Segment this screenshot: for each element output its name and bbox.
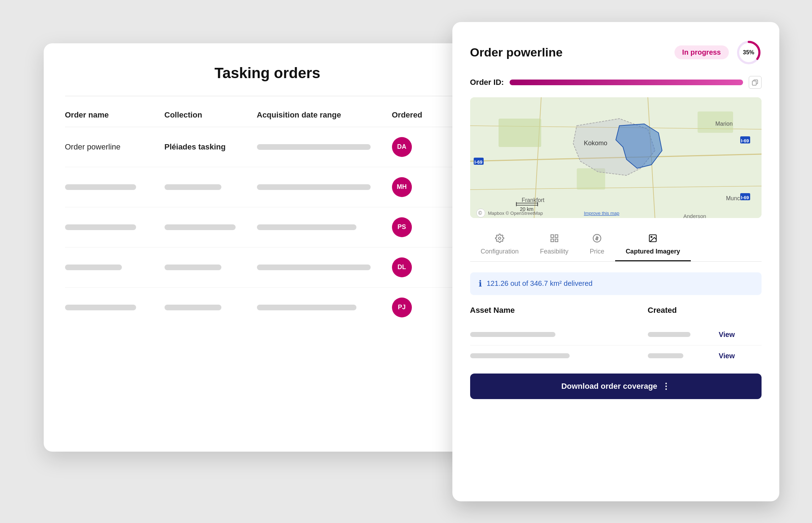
row-col-skeleton xyxy=(165,184,257,190)
asset-row[interactable]: View xyxy=(470,345,762,366)
svg-text:Improve this map: Improve this map xyxy=(584,211,619,216)
download-button-label: Download order coverage xyxy=(561,382,657,391)
panel-title: Order powerline xyxy=(470,45,667,59)
tab-feasibility[interactable]: Feasibility xyxy=(529,229,579,261)
svg-text:Marion: Marion xyxy=(715,121,733,127)
svg-rect-9 xyxy=(499,119,541,147)
row-avatar: PS xyxy=(392,217,435,237)
order-id-label: Order ID: xyxy=(470,78,504,87)
asset-table-header: Asset Name Created xyxy=(470,306,762,321)
svg-text:Kokomo: Kokomo xyxy=(584,140,607,147)
status-badge: In progress xyxy=(674,45,729,59)
view-link[interactable]: View xyxy=(719,352,762,360)
asset-name-skeleton xyxy=(470,332,648,337)
table-row[interactable]: Order powerline Pléiades tasking DA xyxy=(65,127,470,167)
order-id-bar xyxy=(510,80,743,85)
col-order-name: Order name xyxy=(65,110,165,120)
delivery-info-banner: ℹ 121.26 out of 346.7 km² delivered xyxy=(470,272,762,295)
svg-point-33 xyxy=(499,237,501,239)
svg-rect-2 xyxy=(752,81,756,85)
table-row[interactable]: PJ xyxy=(65,288,470,327)
map-container: Kokomo Frankfort Marion Muncie Anderson … xyxy=(470,97,762,218)
row-avatar: MH xyxy=(392,177,435,197)
tab-captured-imagery[interactable]: Captured Imagery xyxy=(615,229,691,261)
progress-circle: 35% xyxy=(736,40,762,65)
asset-col-created: Created xyxy=(648,306,719,315)
svg-rect-37 xyxy=(551,239,554,242)
asset-name-skeleton xyxy=(470,353,648,358)
svg-text:I-69: I-69 xyxy=(741,195,749,200)
asset-created-skeleton xyxy=(648,332,719,337)
table-row[interactable]: DL xyxy=(65,247,470,288)
tabs: Configuration Feasibility xyxy=(470,229,762,262)
svg-rect-34 xyxy=(551,235,554,238)
price-icon xyxy=(592,234,602,245)
tasking-table: Order name Collection Acquisition date r… xyxy=(65,110,470,327)
info-icon: ℹ xyxy=(479,279,482,289)
svg-text:I-69: I-69 xyxy=(474,159,482,165)
feasibility-icon xyxy=(550,234,559,245)
tab-price-label: Price xyxy=(590,248,604,255)
svg-rect-36 xyxy=(555,239,558,242)
row-name-skeleton xyxy=(65,305,165,310)
row-date-skeleton xyxy=(257,224,392,230)
svg-point-40 xyxy=(651,236,652,237)
row-col-skeleton xyxy=(165,224,257,230)
captured-imagery-icon xyxy=(648,234,657,245)
svg-text:Anderson: Anderson xyxy=(683,213,706,218)
row-date-bar xyxy=(257,144,392,150)
tasking-orders-card: Tasking orders Order name Collection Acq… xyxy=(44,43,491,452)
svg-text:Frankfort: Frankfort xyxy=(522,197,545,203)
row-date-skeleton xyxy=(257,305,392,310)
copy-icon[interactable] xyxy=(749,76,762,89)
divider xyxy=(65,96,470,96)
row-collection: Pléiades tasking xyxy=(165,142,257,152)
col-ordered: Ordered xyxy=(392,110,435,120)
svg-text:Mapbox © OpenStreetMap: Mapbox © OpenStreetMap xyxy=(488,211,543,216)
page-title: Tasking orders xyxy=(65,65,470,82)
col-date-range: Acquisition date range xyxy=(257,110,392,120)
tab-configuration[interactable]: Configuration xyxy=(470,229,529,261)
download-order-coverage-button[interactable]: Download order coverage ⋮ xyxy=(470,374,762,399)
order-id-row: Order ID: xyxy=(470,76,762,89)
order-detail-panel: Order powerline In progress 35% Order ID… xyxy=(452,22,779,501)
row-order-name: Order powerline xyxy=(65,142,165,152)
table-header: Order name Collection Acquisition date r… xyxy=(65,110,470,127)
progress-text: 35% xyxy=(743,49,754,56)
row-date-skeleton xyxy=(257,184,392,190)
table-row[interactable]: MH xyxy=(65,167,470,207)
row-avatar: DL xyxy=(392,257,435,277)
asset-table: Asset Name Created View View xyxy=(470,306,762,366)
more-options-icon: ⋮ xyxy=(662,381,670,391)
row-col-skeleton xyxy=(165,265,257,270)
asset-row[interactable]: View xyxy=(470,324,762,345)
tab-configuration-label: Configuration xyxy=(481,248,519,255)
svg-text:©: © xyxy=(478,210,482,216)
delivery-info-text: 121.26 out of 346.7 km² delivered xyxy=(487,279,593,288)
tab-price[interactable]: Price xyxy=(579,229,615,261)
row-name-skeleton xyxy=(65,265,165,270)
table-row[interactable]: PS xyxy=(65,207,470,247)
row-date-skeleton xyxy=(257,265,392,270)
panel-header: Order powerline In progress 35% xyxy=(470,40,762,65)
configuration-icon xyxy=(495,234,504,245)
row-col-skeleton xyxy=(165,305,257,310)
col-collection: Collection xyxy=(165,110,257,120)
row-name-skeleton xyxy=(65,184,165,190)
row-avatar: PJ xyxy=(392,298,435,317)
view-link[interactable]: View xyxy=(719,331,762,339)
svg-rect-35 xyxy=(555,235,558,238)
tab-feasibility-label: Feasibility xyxy=(540,248,569,255)
svg-text:I-69: I-69 xyxy=(741,138,749,143)
tab-captured-imagery-label: Captured Imagery xyxy=(626,248,680,255)
asset-col-name: Asset Name xyxy=(470,306,648,315)
row-name-skeleton xyxy=(65,224,165,230)
asset-created-skeleton xyxy=(648,353,719,358)
row-avatar: DA xyxy=(392,137,435,157)
